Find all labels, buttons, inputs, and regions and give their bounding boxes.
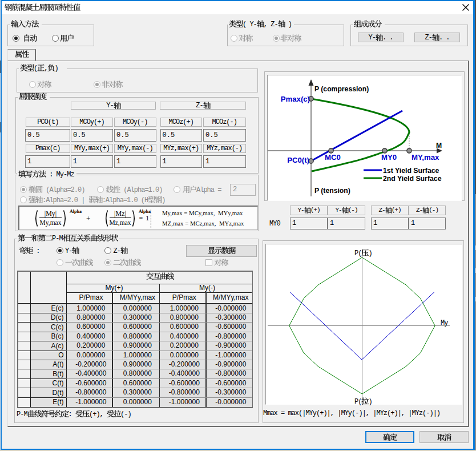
svg-text:MY,max: MY,max	[412, 153, 439, 162]
svg-text:1st Yield Surface: 1st Yield Surface	[383, 167, 439, 175]
svg-text:Pmax(c): Pmax(c)	[281, 95, 310, 103]
svg-text:M: M	[436, 142, 442, 150]
svg-text:MC0: MC0	[325, 153, 341, 162]
svg-text:P (tension): P (tension)	[314, 187, 350, 195]
svg-text:2nd Yield Surface: 2nd Yield Surface	[383, 175, 442, 183]
svg-text:P (compression): P (compression)	[314, 85, 369, 93]
svg-text:PC0(t): PC0(t)	[287, 156, 309, 164]
svg-text:MY0: MY0	[381, 153, 397, 162]
